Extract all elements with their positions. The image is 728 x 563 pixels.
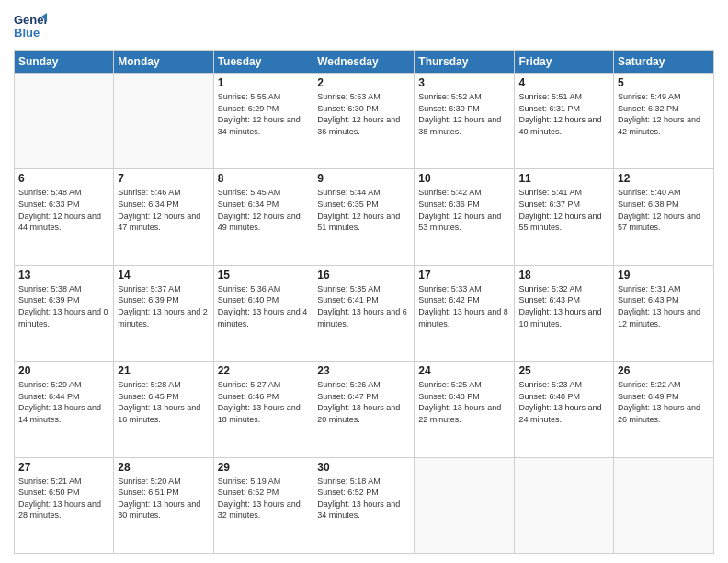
day-number: 27 bbox=[18, 461, 109, 474]
day-number: 25 bbox=[518, 364, 609, 377]
day-cell: 28Sunrise: 5:20 AM Sunset: 6:51 PM Dayli… bbox=[114, 457, 213, 553]
day-info: Sunrise: 5:45 AM Sunset: 6:34 PM Dayligh… bbox=[218, 187, 310, 233]
day-info: Sunrise: 5:20 AM Sunset: 6:51 PM Dayligh… bbox=[118, 476, 209, 522]
day-number: 30 bbox=[317, 461, 410, 474]
day-info: Sunrise: 5:36 AM Sunset: 6:40 PM Dayligh… bbox=[218, 283, 310, 329]
day-cell: 13Sunrise: 5:38 AM Sunset: 6:39 PM Dayli… bbox=[15, 265, 114, 361]
day-info: Sunrise: 5:55 AM Sunset: 6:29 PM Dayligh… bbox=[218, 91, 310, 137]
day-info: Sunrise: 5:21 AM Sunset: 6:50 PM Dayligh… bbox=[18, 476, 109, 522]
day-info: Sunrise: 5:26 AM Sunset: 6:47 PM Dayligh… bbox=[317, 379, 410, 425]
header: General Blue bbox=[14, 9, 714, 42]
day-number: 10 bbox=[418, 172, 510, 185]
header-cell-tuesday: Tuesday bbox=[213, 51, 313, 74]
day-cell: 18Sunrise: 5:32 AM Sunset: 6:43 PM Dayli… bbox=[515, 265, 614, 361]
day-info: Sunrise: 5:25 AM Sunset: 6:48 PM Dayligh… bbox=[418, 379, 510, 425]
day-cell: 4Sunrise: 5:51 AM Sunset: 6:31 PM Daylig… bbox=[515, 74, 614, 169]
day-number: 7 bbox=[118, 172, 209, 185]
day-number: 26 bbox=[618, 364, 710, 377]
day-cell: 12Sunrise: 5:40 AM Sunset: 6:38 PM Dayli… bbox=[614, 169, 714, 265]
day-cell bbox=[614, 457, 714, 553]
day-number: 20 bbox=[18, 364, 109, 377]
day-info: Sunrise: 5:32 AM Sunset: 6:43 PM Dayligh… bbox=[518, 283, 609, 329]
week-row-3: 13Sunrise: 5:38 AM Sunset: 6:39 PM Dayli… bbox=[15, 265, 714, 361]
day-cell: 14Sunrise: 5:37 AM Sunset: 6:39 PM Dayli… bbox=[114, 265, 213, 361]
day-info: Sunrise: 5:19 AM Sunset: 6:52 PM Dayligh… bbox=[218, 476, 310, 522]
day-cell: 30Sunrise: 5:18 AM Sunset: 6:52 PM Dayli… bbox=[313, 457, 415, 553]
day-number: 11 bbox=[518, 172, 609, 185]
logo-svg: General Blue bbox=[14, 9, 47, 42]
day-number: 9 bbox=[317, 172, 410, 185]
day-cell: 8Sunrise: 5:45 AM Sunset: 6:34 PM Daylig… bbox=[213, 169, 313, 265]
day-info: Sunrise: 5:42 AM Sunset: 6:36 PM Dayligh… bbox=[418, 187, 510, 233]
week-row-4: 20Sunrise: 5:29 AM Sunset: 6:44 PM Dayli… bbox=[15, 362, 714, 457]
day-info: Sunrise: 5:49 AM Sunset: 6:32 PM Dayligh… bbox=[618, 91, 710, 137]
day-cell: 15Sunrise: 5:36 AM Sunset: 6:40 PM Dayli… bbox=[213, 265, 313, 361]
day-cell: 3Sunrise: 5:52 AM Sunset: 6:30 PM Daylig… bbox=[415, 74, 515, 169]
day-cell bbox=[415, 457, 515, 553]
header-cell-thursday: Thursday bbox=[415, 51, 515, 74]
day-cell: 6Sunrise: 5:48 AM Sunset: 6:33 PM Daylig… bbox=[15, 169, 114, 265]
day-number: 12 bbox=[618, 172, 710, 185]
day-info: Sunrise: 5:18 AM Sunset: 6:52 PM Dayligh… bbox=[317, 476, 410, 522]
header-cell-wednesday: Wednesday bbox=[313, 51, 415, 74]
day-cell bbox=[15, 74, 114, 169]
day-cell: 25Sunrise: 5:23 AM Sunset: 6:48 PM Dayli… bbox=[515, 362, 614, 457]
day-cell: 27Sunrise: 5:21 AM Sunset: 6:50 PM Dayli… bbox=[15, 457, 114, 553]
day-number: 24 bbox=[418, 364, 510, 377]
day-info: Sunrise: 5:33 AM Sunset: 6:42 PM Dayligh… bbox=[418, 283, 510, 329]
day-info: Sunrise: 5:37 AM Sunset: 6:39 PM Dayligh… bbox=[118, 283, 209, 329]
day-cell: 21Sunrise: 5:28 AM Sunset: 6:45 PM Dayli… bbox=[114, 362, 213, 457]
svg-text:General: General bbox=[14, 13, 47, 27]
day-number: 6 bbox=[18, 172, 109, 185]
day-number: 8 bbox=[218, 172, 310, 185]
day-cell: 11Sunrise: 5:41 AM Sunset: 6:37 PM Dayli… bbox=[515, 169, 614, 265]
day-cell: 7Sunrise: 5:46 AM Sunset: 6:34 PM Daylig… bbox=[114, 169, 213, 265]
header-row: SundayMondayTuesdayWednesdayThursdayFrid… bbox=[15, 51, 714, 74]
day-info: Sunrise: 5:51 AM Sunset: 6:31 PM Dayligh… bbox=[518, 91, 609, 137]
day-cell: 22Sunrise: 5:27 AM Sunset: 6:46 PM Dayli… bbox=[213, 362, 313, 457]
day-number: 15 bbox=[218, 269, 310, 282]
day-number: 1 bbox=[218, 76, 310, 89]
week-row-1: 1Sunrise: 5:55 AM Sunset: 6:29 PM Daylig… bbox=[15, 74, 714, 169]
day-cell bbox=[515, 457, 614, 553]
day-info: Sunrise: 5:22 AM Sunset: 6:49 PM Dayligh… bbox=[618, 379, 710, 425]
day-info: Sunrise: 5:52 AM Sunset: 6:30 PM Dayligh… bbox=[418, 91, 510, 137]
day-info: Sunrise: 5:28 AM Sunset: 6:45 PM Dayligh… bbox=[118, 379, 209, 425]
day-info: Sunrise: 5:35 AM Sunset: 6:41 PM Dayligh… bbox=[317, 283, 410, 329]
day-number: 23 bbox=[317, 364, 410, 377]
day-cell: 23Sunrise: 5:26 AM Sunset: 6:47 PM Dayli… bbox=[313, 362, 415, 457]
day-info: Sunrise: 5:46 AM Sunset: 6:34 PM Dayligh… bbox=[118, 187, 209, 233]
day-cell: 19Sunrise: 5:31 AM Sunset: 6:43 PM Dayli… bbox=[614, 265, 714, 361]
day-number: 22 bbox=[218, 364, 310, 377]
day-number: 29 bbox=[218, 461, 310, 474]
day-number: 3 bbox=[418, 76, 510, 89]
day-info: Sunrise: 5:53 AM Sunset: 6:30 PM Dayligh… bbox=[317, 91, 410, 137]
day-info: Sunrise: 5:48 AM Sunset: 6:33 PM Dayligh… bbox=[18, 187, 109, 233]
day-cell: 26Sunrise: 5:22 AM Sunset: 6:49 PM Dayli… bbox=[614, 362, 714, 457]
day-number: 2 bbox=[317, 76, 410, 89]
day-cell: 1Sunrise: 5:55 AM Sunset: 6:29 PM Daylig… bbox=[213, 74, 313, 169]
header-cell-monday: Monday bbox=[114, 51, 213, 74]
logo: General Blue bbox=[14, 9, 47, 42]
day-number: 5 bbox=[618, 76, 710, 89]
day-cell: 29Sunrise: 5:19 AM Sunset: 6:52 PM Dayli… bbox=[213, 457, 313, 553]
day-number: 21 bbox=[118, 364, 209, 377]
day-number: 16 bbox=[317, 269, 410, 282]
week-row-5: 27Sunrise: 5:21 AM Sunset: 6:50 PM Dayli… bbox=[15, 457, 714, 553]
day-info: Sunrise: 5:31 AM Sunset: 6:43 PM Dayligh… bbox=[618, 283, 710, 329]
day-number: 28 bbox=[118, 461, 209, 474]
day-info: Sunrise: 5:27 AM Sunset: 6:46 PM Dayligh… bbox=[218, 379, 310, 425]
day-info: Sunrise: 5:41 AM Sunset: 6:37 PM Dayligh… bbox=[518, 187, 609, 233]
day-info: Sunrise: 5:29 AM Sunset: 6:44 PM Dayligh… bbox=[18, 379, 109, 425]
day-cell: 16Sunrise: 5:35 AM Sunset: 6:41 PM Dayli… bbox=[313, 265, 415, 361]
day-cell: 10Sunrise: 5:42 AM Sunset: 6:36 PM Dayli… bbox=[415, 169, 515, 265]
day-cell: 5Sunrise: 5:49 AM Sunset: 6:32 PM Daylig… bbox=[614, 74, 714, 169]
header-cell-friday: Friday bbox=[515, 51, 614, 74]
day-number: 17 bbox=[418, 269, 510, 282]
day-info: Sunrise: 5:38 AM Sunset: 6:39 PM Dayligh… bbox=[18, 283, 109, 329]
svg-text:Blue: Blue bbox=[14, 26, 40, 40]
page: General Blue SundayMondayTuesdayWednesda… bbox=[0, 0, 728, 563]
day-cell bbox=[114, 74, 213, 169]
day-info: Sunrise: 5:23 AM Sunset: 6:48 PM Dayligh… bbox=[518, 379, 609, 425]
day-number: 18 bbox=[518, 269, 609, 282]
